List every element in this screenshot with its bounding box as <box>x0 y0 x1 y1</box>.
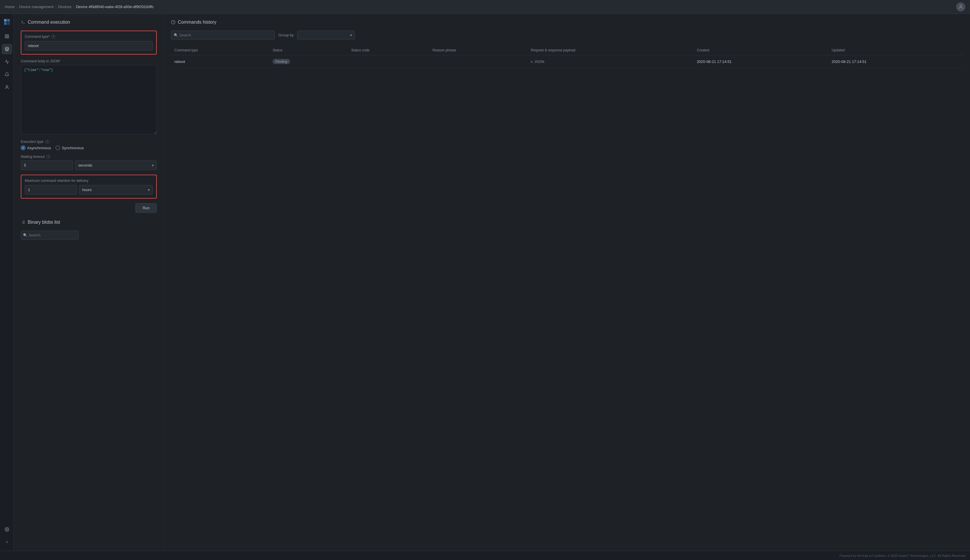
svg-rect-1 <box>4 19 7 22</box>
sidebar-bottom <box>2 524 12 547</box>
breadcrumb-sep-3: › <box>73 5 75 9</box>
radio-asynchronous-inner <box>22 147 24 149</box>
command-type-help-icon[interactable]: ? <box>52 35 55 39</box>
svg-marker-9 <box>5 47 9 49</box>
commands-history-title: Commands history <box>171 20 963 25</box>
binary-blobs-search-wrapper: 🔍 <box>21 231 78 240</box>
left-panel: Command execution Command type* ? Comman… <box>14 14 164 551</box>
col-header-status-code: Status code <box>348 45 429 55</box>
content-area: Command execution Command type* ? Comman… <box>14 14 970 551</box>
breadcrumb-devices[interactable]: Devices <box>58 5 71 9</box>
cell-payload[interactable]: ▶ JSON <box>527 55 693 68</box>
col-header-updated: Updated <box>828 45 963 55</box>
sidebar-item-alerts[interactable] <box>2 69 12 80</box>
sidebar <box>0 14 14 551</box>
sidebar-item-settings[interactable] <box>2 524 12 535</box>
breadcrumb-device-management[interactable]: Device management <box>19 5 53 9</box>
retention-row: seconds minutes hours ▼ <box>25 185 153 195</box>
commands-table-body: reboot Pending ▶ JSON 2020-08-21 1 <box>171 55 963 68</box>
groupby-select[interactable] <box>297 31 355 40</box>
execution-type-options: Asynchronous Synchronous <box>21 145 157 150</box>
breadcrumb-device-id: Device 4f0d9540-eabe-4f28-a50e-df9f202d3… <box>76 5 153 9</box>
radio-asynchronous[interactable]: Asynchronous <box>21 145 51 150</box>
commands-search-icon: 🔍 <box>174 33 178 37</box>
sidebar-expand-button[interactable] <box>2 537 12 547</box>
retention-label: Maximum command retention for delivery <box>25 179 153 183</box>
payload-expand[interactable]: ▶ JSON <box>531 60 545 64</box>
cell-status-code <box>348 55 429 68</box>
payload-label: JSON <box>534 60 545 64</box>
breadcrumb-sep-2: › <box>55 5 57 9</box>
run-button-row: Run <box>21 203 157 213</box>
cell-reason-phrase <box>429 55 527 68</box>
cell-status: Pending <box>269 55 348 68</box>
breadcrumb-home[interactable]: Home <box>5 5 15 9</box>
retention-value-input[interactable] <box>25 185 77 195</box>
table-row: reboot Pending ▶ JSON 2020-08-21 1 <box>171 55 963 68</box>
commands-table-head: Command type Status Status code Reason p… <box>171 45 963 55</box>
retention-unit-wrapper: seconds minutes hours ▼ <box>79 185 153 195</box>
waiting-timeout-group: Waiting timeout ? seconds minutes hours … <box>21 155 157 170</box>
retention-unit-select[interactable]: seconds minutes hours <box>79 185 153 195</box>
radio-asynchronous-label: Asynchronous <box>27 146 51 150</box>
breadcrumb-sep-1: › <box>17 5 18 9</box>
binary-blobs-section: Binary blobs list 🔍 <box>21 220 157 240</box>
topbar-right <box>956 2 965 12</box>
radio-synchronous-outer <box>55 145 60 150</box>
sidebar-item-devices[interactable] <box>2 44 12 54</box>
binary-blobs-search-icon: 🔍 <box>23 233 27 237</box>
command-type-label: Command type* ? <box>25 35 153 39</box>
svg-rect-3 <box>4 22 7 25</box>
execution-type-label: Execution type ? <box>21 140 157 144</box>
svg-rect-8 <box>5 37 7 38</box>
cell-updated: 2020-08-21 17:14:51 <box>828 55 963 68</box>
user-avatar[interactable] <box>956 2 965 12</box>
commands-table-header-row: Command type Status Status code Reason p… <box>171 45 963 55</box>
binary-blobs-search-input[interactable] <box>21 231 78 240</box>
command-body-label: Command body in JSON* <box>21 59 157 63</box>
svg-rect-6 <box>7 35 9 36</box>
radio-synchronous-label: Synchronous <box>62 146 84 150</box>
svg-rect-5 <box>5 35 7 36</box>
radio-asynchronous-outer <box>21 145 25 150</box>
col-header-created: Created <box>693 45 828 55</box>
sidebar-item-analytics[interactable] <box>2 57 12 67</box>
col-header-payload: Request & response payload <box>527 45 693 55</box>
right-panel: Commands history 🔍 Group by ▼ <box>164 14 970 551</box>
waiting-timeout-label: Waiting timeout ? <box>21 155 157 159</box>
sidebar-item-dashboard[interactable] <box>2 31 12 42</box>
command-execution-title: Command execution <box>21 20 157 25</box>
commands-table: Command type Status Status code Reason p… <box>171 45 963 68</box>
execution-type-help-icon[interactable]: ? <box>45 140 49 144</box>
sidebar-item-users[interactable] <box>2 82 12 92</box>
footer-text: Powered by the Kaa IoT platform, © 2020 … <box>840 554 965 557</box>
groupby-select-wrapper: ▼ <box>297 31 355 40</box>
svg-point-11 <box>7 529 8 530</box>
execution-type-group: Execution type ? Asynchronous Synchronou… <box>21 140 157 150</box>
col-header-reason-phrase: Reason phrase <box>429 45 527 55</box>
main-layout: Command execution Command type* ? Comman… <box>0 14 970 551</box>
svg-point-10 <box>6 85 8 87</box>
retention-box: Maximum command retention for delivery s… <box>21 175 157 198</box>
svg-rect-2 <box>7 19 10 22</box>
run-button[interactable]: Run <box>135 203 157 213</box>
command-type-input[interactable] <box>25 41 153 50</box>
waiting-timeout-help-icon[interactable]: ? <box>46 155 50 159</box>
timeout-unit-select[interactable]: seconds minutes hours <box>75 160 157 170</box>
cell-created: 2020-08-21 17:14:51 <box>693 55 828 68</box>
groupby-label: Group by <box>278 33 293 37</box>
radio-synchronous[interactable]: Synchronous <box>55 145 84 150</box>
breadcrumb: Home › Device management › Devices › Dev… <box>5 5 154 9</box>
col-header-status: Status <box>269 45 348 55</box>
waiting-timeout-input[interactable] <box>21 160 73 170</box>
cell-command-type: reboot <box>171 55 269 68</box>
binary-blobs-title: Binary blobs list <box>21 220 157 225</box>
svg-rect-7 <box>7 37 9 38</box>
commands-search-row: 🔍 Group by ▼ <box>171 31 963 40</box>
commands-search-input[interactable] <box>171 31 275 40</box>
footer: Powered by the Kaa IoT platform, © 2020 … <box>0 551 970 560</box>
command-body-textarea[interactable] <box>21 65 157 134</box>
svg-point-0 <box>960 5 962 7</box>
timeout-unit-wrapper: seconds minutes hours ▼ <box>75 160 157 170</box>
col-header-command-type: Command type <box>171 45 269 55</box>
